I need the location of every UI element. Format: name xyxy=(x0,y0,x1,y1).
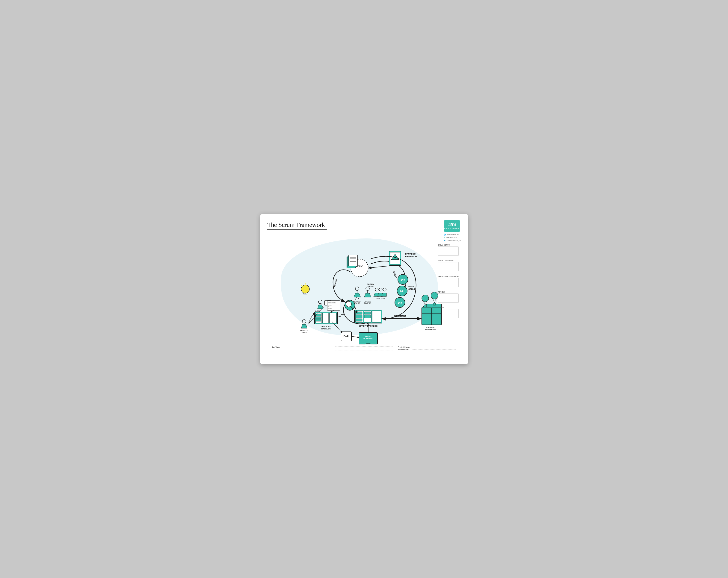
product-increment-label: PRODUCT xyxy=(426,326,436,328)
scrum-master-sig-label: Scrum Master: xyxy=(398,349,412,350)
user-story-text3: I want... xyxy=(328,306,333,307)
dev1-head xyxy=(375,288,379,291)
scrum-master-inner-label: SCRUM xyxy=(365,300,370,302)
dev-team-sig-group: Dev. Team: xyxy=(272,346,330,352)
extra-sig-dots xyxy=(335,346,393,347)
po-outer-label2: OWNER xyxy=(301,331,307,333)
sprint-label: SPRINT xyxy=(392,270,397,279)
magnifier-glass xyxy=(346,301,352,307)
product-owner-dress xyxy=(354,293,361,297)
product-owner-inner-label: PRODUCT xyxy=(353,300,361,302)
illustration-area: DoD REVIEW RETRO SPRINT PRODUCT OWNER SC… xyxy=(274,234,454,345)
user-story-text2: As a... xyxy=(328,304,332,306)
dev-team-sig-line: Dev. Team: xyxy=(272,346,330,348)
sprint-planning-label2: PLANNING xyxy=(363,338,373,340)
refinement-to-dod-arrow xyxy=(369,266,392,268)
sm-sig-dots xyxy=(413,349,456,350)
pb-col2 xyxy=(322,313,329,323)
page-title: The Scrum Framework xyxy=(267,221,461,228)
user-story-text4: So that... xyxy=(328,308,333,309)
parachute-item2 xyxy=(431,292,438,299)
page: The Scrum Framework :2m time 2 market 🌐 … xyxy=(260,214,468,364)
sig-dotted3 xyxy=(272,351,330,351)
sprint-planning-label: SPRINT xyxy=(365,335,371,337)
dev2-head xyxy=(379,288,382,291)
po-outer-label: PRODUCT xyxy=(300,330,308,331)
product-backlog-label2: BACKLOG xyxy=(321,328,331,330)
bottom-lines: Dev. Team: Product Owner: Scrum Master: xyxy=(267,346,461,352)
product-owner-inner-label2: OWNER xyxy=(354,302,360,304)
dev-team-sig-label: Dev. Team: xyxy=(272,346,286,348)
parachute-box2 xyxy=(433,303,436,305)
logo-box: :2m time 2 market xyxy=(444,220,460,232)
scrum-master-inner-label2: MASTER xyxy=(364,302,371,304)
lightbulb xyxy=(301,285,309,293)
po-outer-body xyxy=(301,324,307,328)
po-sig-line: Product Owner: xyxy=(398,346,456,348)
parachute-box1 xyxy=(424,305,426,307)
backlog-refinement-label: BACKLOG xyxy=(405,253,416,255)
sticky4 xyxy=(364,312,370,314)
product-owner-sig-label: Product Owner: xyxy=(398,346,412,348)
product-backlog-label: PRODUCT xyxy=(321,326,331,328)
dev-team-inner-label: DEV. TEAM xyxy=(376,298,385,299)
scrum-master-dress xyxy=(364,293,371,297)
input-person-head xyxy=(318,300,322,304)
backlog-ref-exclaim: ! xyxy=(394,257,395,259)
daily-scrum-label: DAILY xyxy=(408,285,414,288)
pb-sticky3 xyxy=(316,319,321,321)
logo-sub: time 2 market xyxy=(444,228,460,230)
24h-label3: 24h xyxy=(397,301,402,304)
po-to-pb-arrow xyxy=(309,313,315,323)
lightbulb-ray3 xyxy=(301,285,302,286)
pb-sticky1 xyxy=(316,314,321,316)
input-label: INPUT xyxy=(315,310,321,312)
sticky2 xyxy=(356,315,362,318)
parachute-item1 xyxy=(422,295,429,302)
24h-label1: 24h xyxy=(400,278,405,281)
24h-label2: 24h xyxy=(400,290,404,293)
po-sm-sig-group: Product Owner: Scrum Master: xyxy=(398,346,456,352)
sticky5 xyxy=(364,315,370,318)
sticky3 xyxy=(356,319,362,321)
dev3-head xyxy=(383,288,386,291)
backlog-refinement-label2: REFINEMENT xyxy=(405,255,419,258)
sprint-backlog-col3 xyxy=(372,311,381,322)
dor-to-sp-arrow xyxy=(352,336,360,337)
extra-dotted1 xyxy=(335,348,393,348)
user-story-text1: USER STORY xyxy=(328,302,336,304)
po-outer-head xyxy=(302,320,306,323)
pb-col3 xyxy=(330,313,336,323)
extra-sig-line xyxy=(335,346,393,347)
extra-dotted2 xyxy=(335,349,393,349)
input-person-body xyxy=(317,305,323,309)
logo-main: :2m xyxy=(448,222,456,227)
title-underline xyxy=(267,229,327,230)
scrum-diagram-svg: DoD REVIEW RETRO SPRINT PRODUCT OWNER SC… xyxy=(274,234,454,345)
doc-stack3 xyxy=(349,255,358,266)
scrum-team-label: SCRUM xyxy=(367,283,374,285)
product-owner-head xyxy=(355,287,359,291)
extra-sig-group xyxy=(335,346,393,352)
sm-sig-line: Scrum Master: xyxy=(398,349,456,350)
sig-dotted2 xyxy=(272,350,330,350)
product-increment-label2: INCREMENT xyxy=(425,329,436,331)
review-label: REVIEW xyxy=(333,279,337,287)
dor-label: DoR xyxy=(343,335,349,338)
daily-scrum-label2: SCRUM xyxy=(408,288,416,290)
scrum-team-label2: TEAM xyxy=(368,285,373,288)
pb-sticky2 xyxy=(316,316,321,319)
